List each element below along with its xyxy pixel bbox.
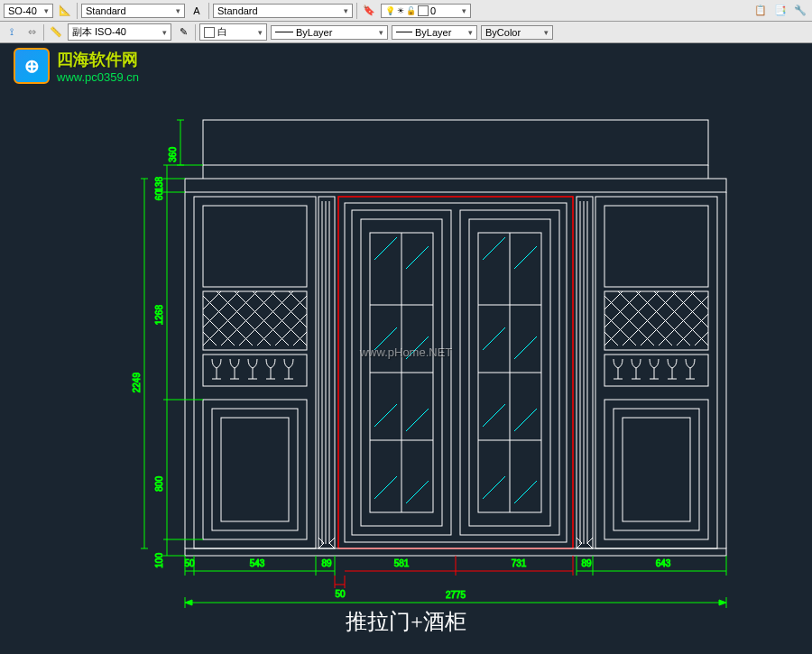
lineweight-dropdown[interactable]: ByLayer ▾ <box>392 25 477 40</box>
dim-style-1-label: SO-40 <box>8 5 37 16</box>
chevron-down-icon: ▾ <box>162 28 167 37</box>
layer-filter-icon[interactable]: 🔖 <box>361 3 377 19</box>
dimstyle-label: 副本 ISO-40 <box>72 25 126 39</box>
lineweight-label: ByLayer <box>415 27 451 38</box>
svg-line-41 <box>374 404 397 427</box>
chevron-down-icon: ▾ <box>176 6 180 15</box>
dim-update-icon[interactable]: ✎ <box>175 24 191 41</box>
svg-rect-60 <box>185 548 726 556</box>
dim-icon-1[interactable]: ⟟ <box>4 24 20 41</box>
chevron-down-icon: ▾ <box>44 6 49 15</box>
svg-rect-19 <box>623 418 690 521</box>
svg-line-38 <box>406 246 429 269</box>
svg-rect-17 <box>604 400 708 539</box>
watermark-logo-icon: ⊕ <box>14 48 50 84</box>
line-sample <box>275 32 293 32</box>
dim-icon-2[interactable]: ⇔ <box>23 24 40 41</box>
svg-rect-9 <box>203 355 307 386</box>
text-style-label: Standard <box>86 5 126 16</box>
svg-text:138: 138 <box>154 177 164 192</box>
color-dropdown[interactable]: 白 ▾ <box>199 23 267 41</box>
svg-rect-3 <box>185 179 726 192</box>
plotstyle-label: ByColor <box>485 27 521 38</box>
svg-text:731: 731 <box>512 558 527 568</box>
svg-rect-14 <box>604 206 708 287</box>
svg-text:50: 50 <box>335 589 346 599</box>
svg-rect-15 <box>604 291 708 350</box>
svg-rect-11 <box>212 409 298 530</box>
svg-rect-12 <box>221 418 289 521</box>
svg-marker-115 <box>185 600 192 605</box>
separator <box>208 3 209 19</box>
text-icon[interactable]: A <box>189 3 205 19</box>
table-style-dropdown[interactable]: Standard ▾ <box>213 4 353 18</box>
layer-match-icon[interactable]: 🔧 <box>792 3 808 19</box>
separator <box>77 3 78 19</box>
svg-text:89: 89 <box>321 558 332 568</box>
svg-rect-0 <box>203 120 708 165</box>
svg-text:2775: 2775 <box>446 590 466 600</box>
svg-line-58 <box>483 476 505 499</box>
svg-text:360: 360 <box>168 147 178 162</box>
watermark-top: ⊕ 四海软件网 www.pc0359.cn <box>14 48 139 84</box>
dim-style-dropdown-1[interactable]: SO-40 ▾ <box>4 4 53 18</box>
sun-icon: ☀ <box>397 6 404 15</box>
svg-text:89: 89 <box>581 558 592 568</box>
svg-text:643: 643 <box>656 558 671 568</box>
svg-rect-7 <box>203 206 307 287</box>
lock-icon: 🔓 <box>406 6 416 15</box>
layer-dropdown[interactable]: 💡 ☀ 🔓 0 ▾ <box>381 4 471 18</box>
text-style-dropdown[interactable]: Standard ▾ <box>81 4 185 18</box>
svg-rect-20 <box>318 197 335 548</box>
svg-rect-24 <box>577 197 593 548</box>
svg-text:800: 800 <box>154 476 164 492</box>
layer-name: 0 <box>430 5 436 16</box>
svg-marker-116 <box>719 600 726 605</box>
toolbar-row-1: SO-40 ▾ 📐 Standard ▾ A Standard ▾ 🔖 💡 ☀ … <box>0 0 812 22</box>
layer-props-icon[interactable]: 📋 <box>752 3 769 19</box>
svg-text:100: 100 <box>154 553 164 568</box>
measure-icon[interactable]: 📐 <box>57 3 73 19</box>
chevron-down-icon: ▾ <box>544 28 549 37</box>
separator <box>195 24 196 41</box>
toolbar-row-2: ⟟ ⇔ 📏 副本 ISO-40 ▾ ✎ 白 ▾ ByLayer ▾ ByLaye… <box>0 22 812 43</box>
svg-line-52 <box>483 237 505 260</box>
watermark-center: www.pHome.NET <box>360 345 453 359</box>
svg-line-44 <box>406 481 429 503</box>
chevron-down-icon: ▾ <box>344 6 348 15</box>
white-color-swatch <box>204 27 215 38</box>
layer-states-icon[interactable]: 📑 <box>772 3 789 19</box>
svg-text:2249: 2249 <box>132 373 142 393</box>
table-style-label: Standard <box>217 5 258 16</box>
svg-rect-10 <box>203 400 307 539</box>
svg-rect-16 <box>604 355 708 386</box>
svg-text:581: 581 <box>394 558 410 568</box>
lightbulb-icon: 💡 <box>385 6 395 15</box>
svg-line-42 <box>406 409 429 431</box>
chevron-down-icon: ▾ <box>468 28 473 37</box>
drawing-title: 推拉门+酒柜 <box>346 607 466 636</box>
svg-line-59 <box>514 481 537 503</box>
linetype-dropdown[interactable]: ByLayer ▾ <box>271 25 388 40</box>
svg-line-56 <box>483 404 505 427</box>
svg-line-54 <box>483 327 505 350</box>
svg-text:543: 543 <box>250 558 265 568</box>
plotstyle-dropdown[interactable]: ByColor ▾ <box>481 25 553 40</box>
svg-line-53 <box>514 246 537 269</box>
svg-text:60: 60 <box>154 190 164 201</box>
svg-line-37 <box>374 237 397 260</box>
svg-rect-18 <box>614 409 699 530</box>
svg-line-57 <box>514 409 537 431</box>
chevron-down-icon: ▾ <box>379 28 383 37</box>
watermark-url: www.pc0359.cn <box>57 70 139 84</box>
layer-color-swatch <box>418 5 429 16</box>
dimstyle-dropdown[interactable]: 副本 ISO-40 ▾ <box>68 23 171 41</box>
separator <box>43 24 44 41</box>
drawing-canvas[interactable]: ⊕ 四海软件网 www.pc0359.cn www.pHome.NET <box>0 43 812 654</box>
chevron-down-icon: ▾ <box>462 6 466 15</box>
svg-text:50: 50 <box>184 558 195 568</box>
dim-linear-icon[interactable]: 📏 <box>48 24 64 41</box>
separator <box>356 3 357 19</box>
svg-line-43 <box>374 476 397 499</box>
svg-rect-8 <box>203 291 307 350</box>
